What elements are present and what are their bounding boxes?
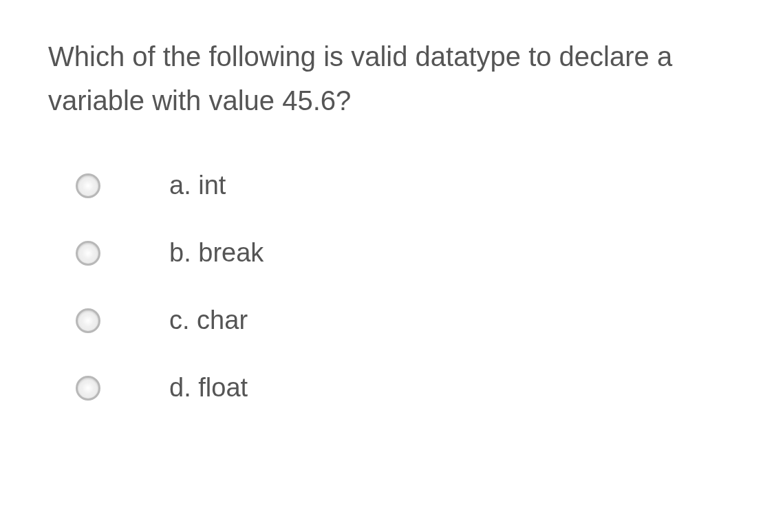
option-label-a: a. int xyxy=(169,171,226,200)
option-d[interactable]: d. float xyxy=(76,373,726,403)
option-a[interactable]: a. int xyxy=(76,171,726,200)
radio-button-d[interactable] xyxy=(76,376,100,401)
radio-button-c[interactable] xyxy=(76,308,100,333)
option-b[interactable]: b. break xyxy=(76,238,726,268)
radio-button-a[interactable] xyxy=(76,173,100,198)
radio-button-b[interactable] xyxy=(76,241,100,266)
question-text: Which of the following is valid datatype… xyxy=(48,34,726,123)
option-label-b: b. break xyxy=(169,238,264,268)
option-label-d: d. float xyxy=(169,373,248,403)
option-c[interactable]: c. char xyxy=(76,306,726,335)
option-label-c: c. char xyxy=(169,306,248,335)
options-list: a. int b. break c. char d. float xyxy=(48,171,726,403)
